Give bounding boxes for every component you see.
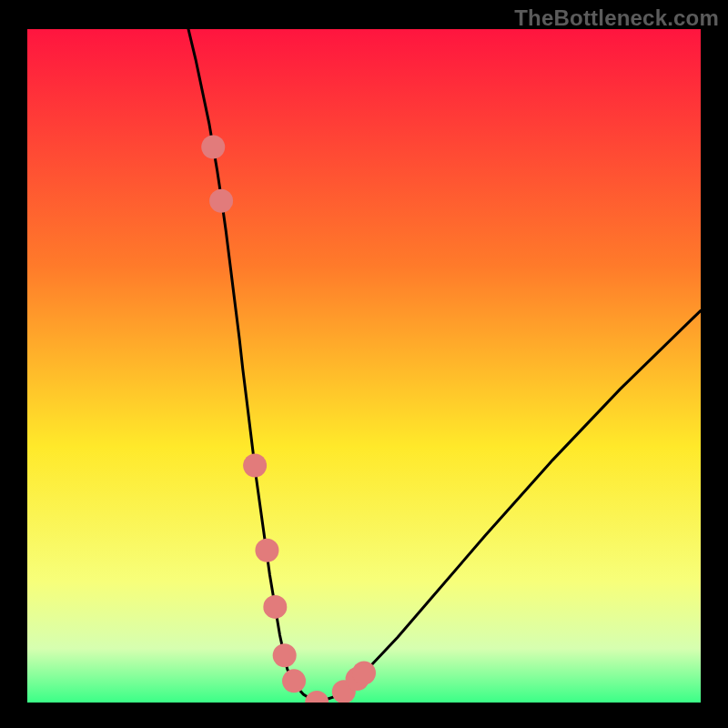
plot-area <box>27 29 701 703</box>
curve-marker <box>273 643 297 667</box>
curve-marker <box>255 539 278 562</box>
bottleneck-curve-chart <box>27 29 701 703</box>
curve-marker <box>243 454 267 478</box>
curve-marker <box>209 189 233 213</box>
chart-frame: TheBottleneck.com <box>0 0 728 728</box>
curve-marker <box>282 669 306 693</box>
watermark-text: TheBottleneck.com <box>514 5 719 31</box>
curve-marker <box>263 595 287 619</box>
gradient-background <box>27 29 701 703</box>
curve-marker <box>352 661 376 684</box>
curve-marker <box>201 136 225 159</box>
